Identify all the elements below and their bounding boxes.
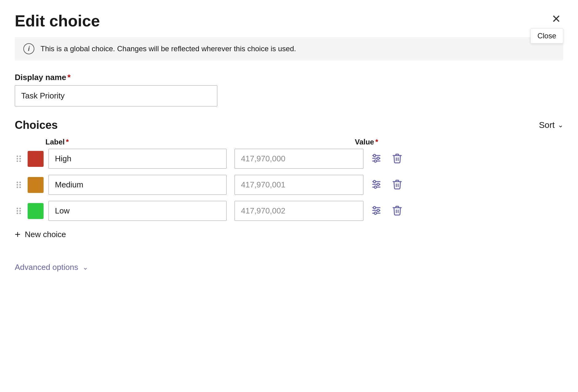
svg-point-16 (377, 209, 379, 212)
sort-label: Sort (539, 120, 555, 130)
dialog-title: Edit choice (15, 12, 100, 30)
sort-chevron-icon: ⌄ (558, 121, 563, 129)
settings-icon (371, 179, 382, 191)
choice-value-input[interactable] (235, 149, 363, 169)
choice-settings-button[interactable] (368, 150, 384, 167)
choice-label-input[interactable] (48, 149, 227, 169)
choice-value-input[interactable] (235, 201, 363, 221)
display-name-required: * (68, 73, 71, 82)
x-icon: ✕ (552, 13, 561, 25)
color-swatch[interactable] (28, 177, 44, 193)
svg-point-11 (374, 186, 377, 188)
display-name-input[interactable] (15, 85, 217, 106)
svg-point-3 (373, 154, 376, 157)
info-banner: i This is a global choice. Changes will … (15, 37, 563, 60)
sort-button[interactable]: Sort ⌄ (539, 120, 563, 130)
close-x-button[interactable]: ✕ (549, 12, 563, 26)
choice-label-input[interactable] (48, 201, 227, 221)
display-name-label: Display name* (15, 73, 563, 82)
value-required: * (375, 138, 378, 146)
close-tooltip: Close (530, 28, 563, 44)
choice-delete-button[interactable] (389, 176, 405, 193)
svg-point-5 (374, 160, 377, 162)
choices-header: Choices Sort ⌄ (15, 119, 563, 132)
info-icon: i (23, 43, 34, 54)
trash-icon (392, 179, 403, 191)
svg-point-15 (373, 206, 376, 209)
svg-point-10 (377, 183, 379, 186)
color-swatch[interactable] (28, 151, 44, 167)
settings-icon (371, 205, 382, 217)
choice-row (15, 201, 563, 221)
svg-point-9 (373, 180, 376, 183)
drag-handle[interactable] (15, 206, 23, 215)
svg-point-17 (374, 212, 377, 214)
edit-choice-dialog: Edit choice ✕ Close i This is a global c… (0, 0, 578, 392)
choice-settings-button[interactable] (368, 202, 384, 219)
trash-icon (392, 205, 403, 217)
trash-icon (392, 153, 403, 165)
advanced-options-chevron-icon: ⌄ (83, 263, 88, 271)
choice-row (15, 175, 563, 195)
choices-title: Choices (15, 119, 58, 132)
drag-handle[interactable] (15, 154, 23, 163)
close-button-area: ✕ Close (549, 12, 563, 26)
choice-row (15, 149, 563, 169)
info-banner-text: This is a global choice. Changes will be… (41, 44, 296, 53)
value-column-header: Value* (355, 138, 484, 146)
new-choice-label: New choice (25, 230, 66, 239)
choices-column-headers: Label* Value* (15, 138, 563, 146)
choice-value-input[interactable] (235, 175, 363, 195)
choice-rows-container (15, 149, 563, 221)
dialog-header: Edit choice ✕ Close (15, 12, 563, 30)
drag-handle[interactable] (15, 180, 23, 189)
new-choice-button[interactable]: + New choice (15, 227, 66, 242)
advanced-options-label: Advanced options (15, 263, 78, 272)
advanced-options-button[interactable]: Advanced options ⌄ (15, 260, 88, 275)
choice-delete-button[interactable] (389, 202, 405, 219)
settings-icon (371, 153, 382, 165)
choice-settings-button[interactable] (368, 176, 384, 193)
choice-delete-button[interactable] (389, 150, 405, 167)
choice-label-input[interactable] (48, 175, 227, 195)
label-column-header: Label* (45, 138, 223, 146)
svg-point-4 (377, 157, 379, 159)
color-swatch[interactable] (28, 203, 44, 219)
plus-icon: + (15, 229, 21, 239)
label-required: * (66, 138, 69, 146)
